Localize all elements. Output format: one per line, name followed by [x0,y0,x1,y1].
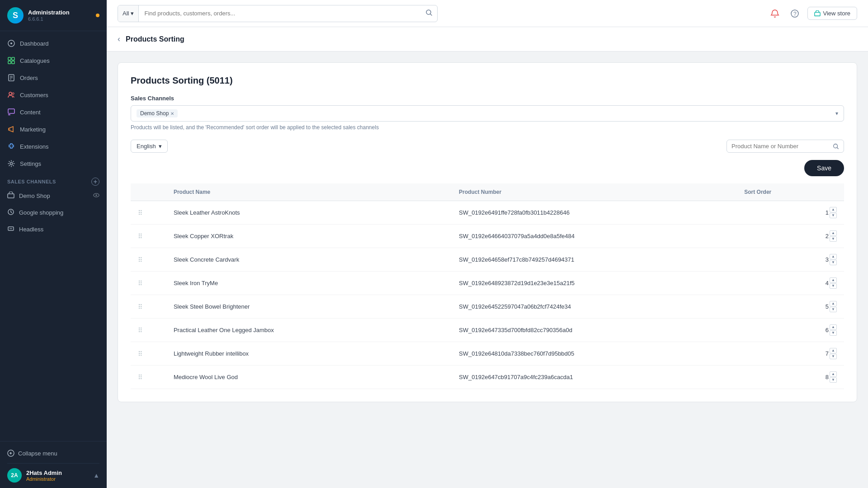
product-search-box [726,140,844,153]
sort-up-button[interactable]: ▲ [830,254,837,259]
lang-chevron: ▾ [159,143,162,150]
sales-channels-select[interactable]: Demo Shop ✕ ▾ [131,105,844,122]
drag-handle[interactable]: ⠿ [138,280,142,287]
search-button[interactable] [421,5,437,22]
table-row: ⠿ Practical Leather One Legged Jambox SW… [131,319,844,342]
sort-down-button[interactable]: ▼ [830,283,837,289]
collapse-menu-button[interactable]: Collapse menu [7,447,99,460]
user-name: 2Hats Admin [26,469,62,476]
sidebar-item-headless[interactable]: Headless [0,221,107,238]
help-icon[interactable]: ? [788,6,802,21]
sort-down-button[interactable]: ▼ [830,307,837,312]
sort-down-button[interactable]: ▼ [830,354,837,359]
sidebar-item-marketing[interactable]: Marketing [0,121,107,138]
sidebar-item-orders[interactable]: Orders [0,69,107,86]
sort-number: 4 [820,280,829,286]
customers-icon [7,91,15,99]
sort-up-button[interactable]: ▲ [830,301,837,306]
svg-point-18 [95,194,97,196]
save-row: Save [131,160,844,176]
drag-handle[interactable]: ⠿ [138,233,142,240]
sidebar-item-google-shopping[interactable]: Google shopping [0,204,107,221]
sidebar-item-extensions-label: Extensions [20,143,49,150]
sort-down-button[interactable]: ▼ [830,260,837,265]
sidebar-item-settings[interactable]: Settings [0,155,107,172]
headless-icon [7,225,14,234]
sidebar-item-content[interactable]: Content [0,103,107,121]
view-store-label: View store [823,10,850,17]
add-sales-channel-button[interactable]: + [91,178,99,186]
svg-rect-16 [8,194,14,198]
sort-up-button[interactable]: ▲ [830,230,837,236]
svg-rect-12 [8,109,14,113]
sidebar-item-demo-shop[interactable]: Demo Shop [0,188,107,204]
language-select[interactable]: English ▾ [131,140,168,153]
drag-handle[interactable]: ⠿ [138,350,142,357]
sort-number: 2 [820,233,829,239]
product-number-cell: SW_0192e648923872d19d1e23e3e15a21f5 [452,272,737,295]
sort-down-button[interactable]: ▼ [830,330,837,336]
channels-select-arrow: ▾ [835,110,838,117]
save-button[interactable]: Save [804,160,844,176]
sidebar-item-catalogues[interactable]: Catalogues [0,52,107,69]
online-indicator [96,14,99,17]
app-logo: S [7,7,24,23]
sidebar-item-dashboard[interactable]: Dashboard [0,35,107,52]
sort-arrows: ▲ ▼ [830,301,837,312]
sidebar-item-dashboard-label: Dashboard [20,40,49,47]
search-container: All ▾ [118,5,438,22]
page-title: Products Sorting [126,35,184,43]
product-name-cell: Sleek Copper XORtrak [166,225,452,248]
search-type-chevron: ▾ [131,10,134,17]
svg-rect-4 [8,61,11,64]
sidebar-nav: Dashboard Catalogues Orders Customers Co… [0,31,107,441]
sort-up-button[interactable]: ▲ [830,348,837,353]
topbar: All ▾ ? View store [107,0,868,27]
product-number-cell: SW_0192e64810da7338bec760f7d95bbd05 [452,342,737,366]
sort-up-button[interactable]: ▲ [830,371,837,377]
user-menu-chevron[interactable]: ▲ [93,472,99,479]
sort-down-button[interactable]: ▼ [830,236,837,242]
helper-text: Products will be listed, and the 'Recomm… [131,124,844,131]
drag-handle[interactable]: ⠿ [138,303,142,310]
sales-channels-section: Sales Channels + [0,172,107,188]
svg-rect-5 [12,61,14,64]
sidebar-item-content-label: Content [20,109,41,116]
product-name-cell: Lightweight Rubber intellibox [166,342,452,366]
sidebar-item-extensions[interactable]: Extensions [0,138,107,155]
search-input[interactable] [139,5,420,22]
product-search-input[interactable] [731,143,830,150]
sort-up-button[interactable]: ▲ [830,277,837,283]
search-type-dropdown[interactable]: All ▾ [118,5,139,22]
demo-shop-label: Demo Shop [19,192,50,199]
product-number-cell: SW_0192e64522597047a06b2fcf7424fe34 [452,295,737,319]
svg-rect-2 [8,57,11,60]
drag-handle[interactable]: ⠿ [138,327,142,334]
remove-channel-tag[interactable]: ✕ [170,111,174,116]
view-store-button[interactable]: View store [807,7,857,20]
svg-line-29 [837,147,838,149]
google-shopping-label: Google shopping [19,209,63,216]
drag-handle[interactable]: ⠿ [138,209,142,216]
main-content: All ▾ ? View store ‹ Products Sorting Pr… [107,0,868,488]
back-button[interactable]: ‹ [118,34,120,44]
sidebar-item-customers[interactable]: Customers [0,86,107,103]
product-number-cell: SW_0192e6491ffe728fa0fb3011b4228646 [452,201,737,225]
notifications-icon[interactable] [768,6,782,21]
sort-number: 5 [820,303,829,310]
svg-point-10 [9,92,12,95]
sort-up-button[interactable]: ▲ [830,207,837,212]
sort-arrows: ▲ ▼ [830,371,837,383]
drag-handle[interactable]: ⠿ [138,256,142,263]
product-name-cell: Sleek Iron TryMe [166,272,452,295]
sort-up-button[interactable]: ▲ [830,324,837,330]
sort-number: 8 [820,374,829,380]
sort-arrows: ▲ ▼ [830,254,837,265]
sort-down-button[interactable]: ▼ [830,377,837,383]
demo-shop-visibility-icon[interactable] [93,192,99,200]
table-col-number: Product Number [452,183,737,201]
headless-label: Headless [19,226,43,233]
drag-handle[interactable]: ⠿ [138,374,142,381]
sort-down-button[interactable]: ▼ [830,213,837,218]
svg-text:?: ? [793,11,797,17]
